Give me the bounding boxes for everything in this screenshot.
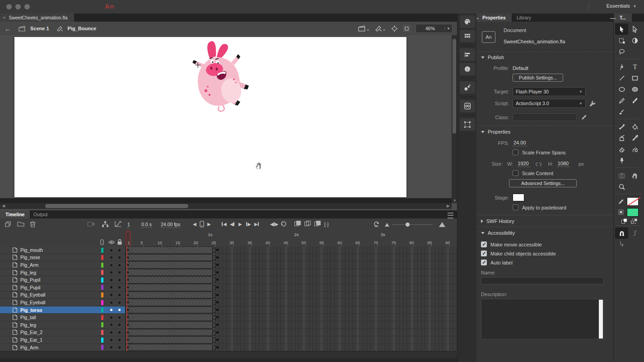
loop-device-icon[interactable] <box>200 221 204 227</box>
layer-frames-row-Pig_leg[interactable] <box>126 321 457 329</box>
pen-tool[interactable] <box>615 61 628 72</box>
layer-frames-row-Pig_Ear_2[interactable] <box>126 329 457 337</box>
tab-timeline[interactable]: Timeline <box>0 210 30 218</box>
keyframe-dot-frame-26[interactable] <box>216 249 219 251</box>
scrollbar-thumb[interactable] <box>453 39 456 134</box>
layer-lock-dot[interactable] <box>118 256 121 259</box>
span-end-marker[interactable] <box>212 263 216 268</box>
black-and-white-colors-icon[interactable] <box>621 218 627 224</box>
span-end-marker[interactable] <box>212 338 216 343</box>
frame-span[interactable] <box>126 246 213 254</box>
layer-frames-row-Pig_Pupil[interactable] <box>126 276 457 284</box>
gradient-transform-tool[interactable] <box>628 35 641 46</box>
layer-name[interactable]: Pig_Ear_2 <box>20 330 42 335</box>
layer-row-Pig_Ear_1[interactable]: Pig_Ear_1 <box>0 336 125 344</box>
document-tab[interactable]: × SweetCheeks_animation.fla <box>0 14 74 22</box>
stage-color-swatch[interactable] <box>513 194 524 201</box>
modify-markers-button[interactable]: [·] <box>324 222 328 227</box>
frames-grid[interactable] <box>125 246 457 351</box>
camera-button[interactable] <box>87 221 95 227</box>
textarea-scrollbar[interactable] <box>599 300 603 339</box>
layer-row-Pig_tail[interactable]: Pig_tail <box>0 314 125 321</box>
publish-settings-button[interactable]: Publish Settings... <box>513 74 563 82</box>
keyframe-dot-frame-26[interactable] <box>216 264 219 266</box>
cc-libraries-panel-icon[interactable] <box>460 100 475 112</box>
layer-lock-dot[interactable] <box>118 279 121 281</box>
accessibility-description-textarea[interactable] <box>481 299 604 339</box>
span-end-marker[interactable] <box>212 255 216 260</box>
layer-frames-row-Pig_torso[interactable] <box>126 306 457 314</box>
frame-span[interactable] <box>126 344 213 351</box>
scrollbar-thumb[interactable] <box>45 204 188 208</box>
layer-name[interactable]: Pig_torso <box>20 307 42 313</box>
info-panel-icon[interactable]: i <box>460 63 475 75</box>
layer-visibility-dot[interactable] <box>110 279 112 281</box>
layer-outline-color-swatch[interactable] <box>101 270 103 275</box>
visibility-column-eye-icon[interactable] <box>108 240 115 245</box>
layer-frames-row-Pig_Pupil[interactable] <box>126 284 457 292</box>
center-stage-button[interactable] <box>391 25 398 32</box>
layer-visibility-dot[interactable] <box>110 256 112 259</box>
layer-row-Pig_Pupil[interactable]: Pig_Pupil <box>0 284 125 292</box>
symbol-breadcrumb[interactable]: Pig_Bounce <box>68 26 97 31</box>
line-tool[interactable] <box>615 72 628 84</box>
frame-span[interactable] <box>126 284 213 291</box>
show-parenting-view-button[interactable] <box>102 221 109 227</box>
align-panel-icon[interactable] <box>460 48 475 61</box>
stage-zoom-select[interactable]: 46% ▼ <box>415 24 453 33</box>
span-end-marker[interactable] <box>212 293 216 298</box>
layer-visibility-dot[interactable] <box>110 302 112 304</box>
doc-properties-section-header[interactable]: Properties <box>476 125 613 137</box>
frame-span[interactable] <box>126 306 213 314</box>
window-close-button[interactable] <box>6 4 12 9</box>
transform-panel-icon[interactable] <box>460 118 475 131</box>
keyframe-dot-frame-26[interactable] <box>216 301 219 303</box>
layer-frames-row-Pig_mouth[interactable] <box>126 246 457 254</box>
layer-visibility-dot[interactable] <box>110 249 112 251</box>
back-arrow-icon[interactable]: ← <box>5 25 11 32</box>
class-input[interactable] <box>513 113 577 121</box>
keyframe-dot-frame-26[interactable] <box>216 278 219 281</box>
tab-output[interactable]: Output <box>28 210 53 218</box>
oval-primitive-tool[interactable] <box>628 84 641 95</box>
edit-scene-button[interactable]: ▼ <box>358 25 369 32</box>
layer-outline-color-swatch[interactable] <box>101 345 103 350</box>
layer-row-Pig_Arm[interactable]: Pig_Arm <box>0 344 125 352</box>
classic-brush-tool[interactable] <box>628 95 641 106</box>
span-end-marker[interactable] <box>212 285 216 290</box>
workspace-switcher[interactable]: Essentials▼ <box>607 3 637 9</box>
new-folder-button[interactable] <box>17 221 24 227</box>
window-minimize-button[interactable] <box>15 4 21 9</box>
layer-outline-color-swatch[interactable] <box>101 330 103 335</box>
paint-brush-tool[interactable] <box>615 106 628 117</box>
layer-lock-dot[interactable] <box>118 286 121 288</box>
new-layer-button[interactable] <box>5 221 11 227</box>
layer-frames-row-Pig_leg[interactable] <box>126 269 457 277</box>
elapsed-time-value[interactable]: 0.0 s <box>141 222 152 228</box>
layer-frames-row-Pig_Eyeball[interactable] <box>126 299 457 306</box>
go-to-last-frame-button[interactable]: ▶ <box>254 222 259 227</box>
edit-class-pencil-icon[interactable] <box>581 114 587 120</box>
eyedropper-tool[interactable] <box>628 132 641 144</box>
layer-outline-color-swatch[interactable] <box>101 307 103 312</box>
scroll-left-icon[interactable]: ◀ <box>2 203 5 209</box>
span-end-marker[interactable] <box>212 323 216 328</box>
layer-frames-row-Pig_Eyeball[interactable] <box>126 292 457 299</box>
color-panel-icon[interactable] <box>460 15 475 28</box>
advanced-settings-button[interactable]: Advanced Settings... <box>509 179 577 187</box>
subselection-tool[interactable] <box>628 23 641 35</box>
layer-name[interactable]: Pig_Pupil <box>20 285 40 290</box>
publish-section-header[interactable]: Publish <box>476 51 613 63</box>
accessibility-checkbox[interactable] <box>481 241 487 247</box>
frame-span[interactable] <box>126 336 213 343</box>
layer-name[interactable]: Pig_nose <box>20 255 40 260</box>
keyframe-dot-frame-26[interactable] <box>216 256 219 259</box>
center-frame-button[interactable]: ◀▶ <box>270 222 278 227</box>
layer-visibility-dot[interactable] <box>110 271 112 274</box>
layer-name[interactable]: Pig_tail <box>20 315 36 320</box>
layer-lock-dot[interactable] <box>118 339 121 341</box>
layer-name[interactable]: Pig_Eyeball <box>20 300 45 305</box>
frame-span[interactable] <box>126 276 213 283</box>
span-end-marker[interactable] <box>212 270 216 275</box>
stroke-color-swatch[interactable] <box>627 197 639 206</box>
